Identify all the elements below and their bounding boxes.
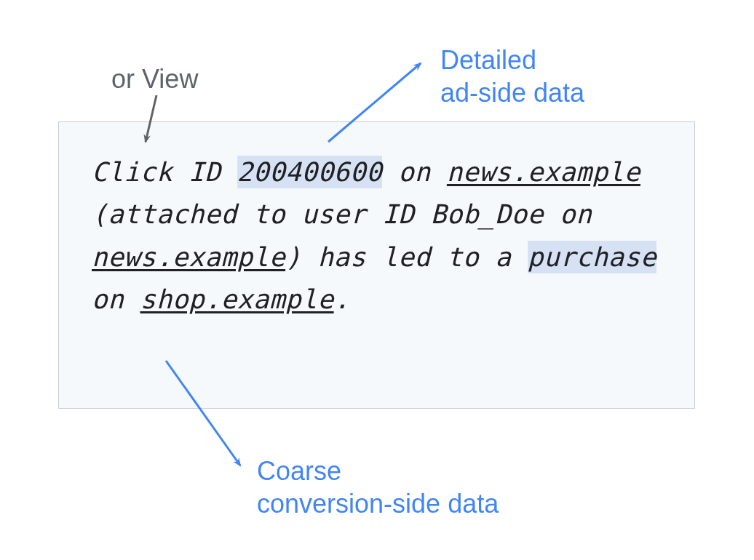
- text-click-id-label: Click ID: [92, 157, 237, 187]
- advertiser-site: shop.example: [140, 284, 334, 314]
- publisher-site-2: news.example: [92, 242, 285, 272]
- report-text: Click ID 200400600 on news.example (atta…: [92, 151, 662, 321]
- publisher-site-1: news.example: [447, 157, 640, 187]
- annotation-detailed-ad-side: Detailed ad-side data: [440, 44, 584, 109]
- text-period: .: [334, 284, 350, 314]
- text-led-to: ) has led to a: [285, 242, 528, 272]
- click-id-value: 200400600: [237, 156, 383, 188]
- conversion-event: purchase: [528, 241, 656, 273]
- attribution-report-box: Click ID 200400600 on news.example (atta…: [58, 121, 695, 409]
- annotation-line-1: Detailed: [440, 45, 536, 75]
- annotation-line-2: ad-side data: [440, 78, 584, 108]
- text-attached: (attached to user ID Bob_Doe on: [92, 199, 592, 229]
- annotation-or-view: or View: [111, 63, 198, 95]
- annotation-coarse-conversion: Coarse conversion-side data: [257, 455, 499, 520]
- text-on-1: on: [382, 157, 447, 187]
- annotation-line-1: Coarse: [257, 456, 341, 486]
- text-on-2: on: [92, 284, 140, 314]
- annotation-line-2: conversion-side data: [257, 489, 499, 519]
